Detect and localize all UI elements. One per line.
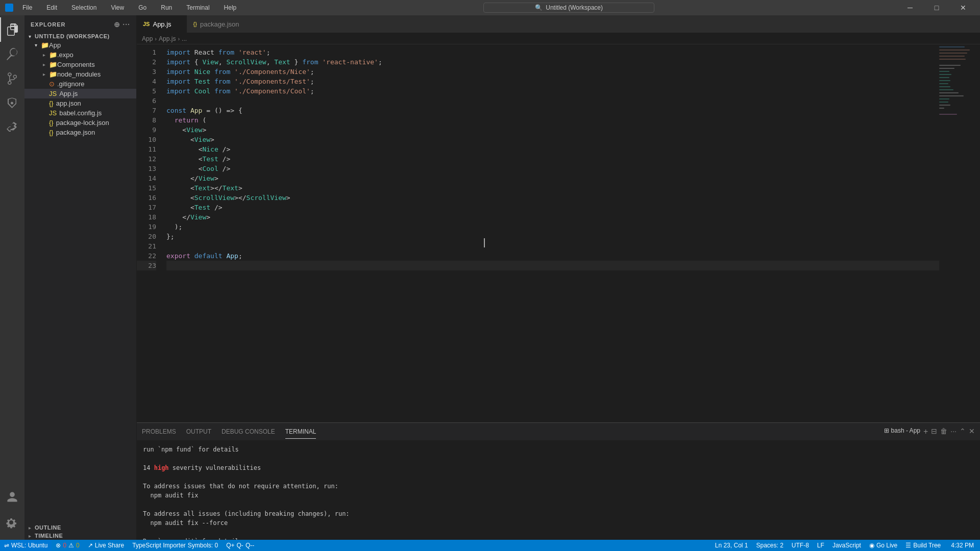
terminal-line-10	[143, 528, 974, 537]
menu-help[interactable]: Help	[221, 3, 240, 12]
file-appjs[interactable]: ▸ JS App.js	[24, 89, 136, 98]
ts-importer-label: TypeScript Importer	[132, 542, 186, 549]
file-package-lock[interactable]: ▸ {} package-lock.json	[24, 118, 136, 128]
titlebar: File Edit Selection View Go Run Terminal…	[0, 0, 980, 15]
remote-icon: ⇌	[4, 542, 9, 549]
panel-tab-terminal[interactable]: TERMINAL	[285, 425, 316, 439]
eol-label: LF	[817, 542, 824, 549]
panel-tab-debug[interactable]: DEBUG CONSOLE	[222, 425, 275, 439]
line-6	[166, 96, 939, 106]
add-terminal-icon[interactable]: +	[923, 427, 928, 436]
line-20: };	[166, 232, 939, 241]
panel-tabs: PROBLEMS OUTPUT DEBUG CONSOLE TERMINAL ⊞…	[137, 423, 980, 441]
menu-go[interactable]: Go	[135, 3, 150, 12]
maximize-button[interactable]: □	[925, 0, 948, 15]
workspace-label[interactable]: ▾ UNTITLED (WORKSPACE)	[24, 32, 136, 40]
system-tray: 4:32 PM	[945, 540, 980, 551]
status-right: Ln 23, Col 1 Spaces: 2 UTF-8 LF JavaScri…	[711, 540, 980, 551]
code-content[interactable]: import React from 'react'; import { View…	[161, 44, 939, 422]
timeline-label: TIMELINE	[35, 533, 63, 539]
sidebar-actions: ⊕ ···	[114, 20, 130, 29]
components-folder-label: Components	[57, 61, 95, 68]
svg-rect-2	[939, 53, 967, 54]
activity-account[interactable]	[0, 485, 24, 509]
new-file-icon[interactable]: ⊕	[114, 20, 120, 29]
menu-run[interactable]: Run	[158, 3, 175, 12]
build-tree-button[interactable]: ☰ Build Tree	[901, 540, 945, 551]
terminal-line-8: To address all issues (including breakin…	[143, 509, 974, 518]
folder-components[interactable]: ▸ 📁 Components	[24, 60, 136, 69]
titlebar-menu: File Edit Selection View Go Run Terminal…	[19, 3, 239, 12]
activity-extensions[interactable]	[0, 115, 24, 140]
breadcrumb-file[interactable]: App.js	[159, 35, 176, 42]
activity-settings[interactable]	[0, 511, 24, 536]
panel-tab-output[interactable]: OUTPUT	[186, 425, 211, 439]
folder-app[interactable]: ▾ 📁 App	[24, 40, 136, 50]
file-gitignore[interactable]: ▸ ⊙ .gitignore	[24, 79, 136, 89]
terminal-line-7	[143, 500, 974, 509]
go-live-button[interactable]: ◉ Go Live	[865, 540, 901, 551]
search-bar[interactable]: 🔍 Untitled (Workspace)	[483, 3, 654, 13]
file-appjson[interactable]: ▸ {} app.json	[24, 98, 136, 108]
titlebar-left: File Edit Selection View Go Run Terminal…	[5, 3, 239, 12]
more-actions-icon[interactable]: ···	[122, 20, 130, 29]
outline-section[interactable]: ▸ OUTLINE	[24, 523, 136, 532]
activity-source-control[interactable]	[0, 66, 24, 91]
gitignore-icon: ⊙	[49, 80, 55, 88]
panel-tab-problems[interactable]: PROBLEMS	[142, 425, 176, 439]
line-16: <ScrollView></ScrollView>	[166, 193, 939, 203]
timeline-section[interactable]: ▸ TIMELINE	[24, 532, 136, 540]
file-tree: ▾ UNTITLED (WORKSPACE) ▾ 📁 App ▸ 📁 .expo…	[24, 31, 136, 138]
folder-expo[interactable]: ▸ 📁 .expo	[24, 50, 136, 60]
errors-badge[interactable]: ⊗ 0 ⚠ 0	[52, 540, 83, 551]
sidebar-bottom: ▸ OUTLINE ▸ TIMELINE	[24, 523, 136, 540]
typescript-importer[interactable]: TypeScript Importer Symbols: 0	[128, 540, 222, 551]
activity-bar	[0, 15, 24, 540]
language-indicator[interactable]: JavaScript	[828, 540, 865, 551]
trash-terminal-icon[interactable]: 🗑	[940, 427, 947, 436]
tab-pkg-label: package.json	[200, 20, 239, 28]
app-folder-label: App	[49, 41, 61, 49]
terminal-content[interactable]: run `npm fund` for details 14 high sever…	[137, 441, 980, 540]
maximize-panel-icon[interactable]: ⌃	[960, 427, 966, 436]
split-terminal-icon[interactable]: ⊟	[931, 427, 937, 436]
zoom-out-label: Q-	[237, 542, 243, 549]
file-package-json[interactable]: ▸ {} package.json	[24, 128, 136, 137]
wsl-badge[interactable]: ⇌ WSL: Ubuntu	[0, 540, 52, 551]
activity-search[interactable]	[0, 42, 24, 66]
close-panel-icon[interactable]: ✕	[969, 427, 975, 436]
pkg-lock-label: package-lock.json	[56, 119, 109, 127]
svg-rect-1	[939, 49, 970, 51]
activity-explorer[interactable]	[0, 17, 24, 42]
encoding-indicator[interactable]: UTF-8	[788, 540, 813, 551]
live-share-button[interactable]: ↗ Live Share	[84, 540, 128, 551]
menu-view[interactable]: View	[108, 3, 127, 12]
breadcrumb-more[interactable]: ...	[182, 35, 187, 42]
menu-terminal[interactable]: Terminal	[183, 3, 212, 12]
search-text: Untitled (Workspace)	[546, 4, 603, 11]
node-modules-label: node_modules	[57, 70, 101, 78]
close-button[interactable]: ✕	[951, 0, 975, 15]
svg-rect-15	[939, 95, 964, 96]
tab-packagejson[interactable]: {} package.json ✕	[187, 15, 255, 33]
file-babel[interactable]: ▸ JS babel.config.js	[24, 108, 136, 118]
svg-rect-19	[939, 108, 944, 109]
cursor-position[interactable]: Ln 23, Col 1	[711, 540, 752, 551]
minimize-button[interactable]: ─	[898, 0, 922, 15]
breadcrumb-sep2: ›	[178, 36, 180, 42]
spaces-indicator[interactable]: Spaces: 2	[752, 540, 787, 551]
more-terminal-icon[interactable]: ···	[950, 427, 957, 436]
menu-file[interactable]: File	[19, 3, 35, 12]
folder-node-modules[interactable]: ▸ 📁 node_modules	[24, 69, 136, 79]
babel-label: babel.config.js	[59, 109, 102, 117]
components-folder-icon: 📁	[49, 61, 57, 68]
main-container: EXPLORER ⊕ ··· ▾ UNTITLED (WORKSPACE) ▾ …	[0, 15, 980, 540]
eol-indicator[interactable]: LF	[813, 540, 828, 551]
menu-edit[interactable]: Edit	[43, 3, 60, 12]
tab-appjs[interactable]: JS App.js ✕	[137, 15, 187, 33]
zoom-controls[interactable]: Q+ Q- Q--	[222, 540, 258, 551]
breadcrumb-app[interactable]: App	[142, 35, 153, 42]
outline-label: OUTLINE	[35, 524, 61, 531]
menu-selection[interactable]: Selection	[68, 3, 100, 12]
activity-run-debug[interactable]	[0, 91, 24, 115]
